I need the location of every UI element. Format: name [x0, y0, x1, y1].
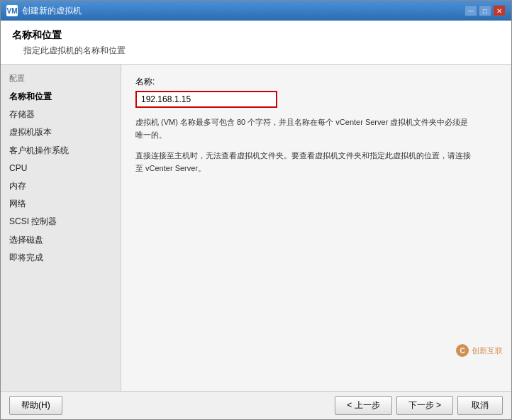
help-button[interactable]: 帮助(H)	[9, 396, 62, 415]
sidebar-item-name-location[interactable]: 名称和位置	[1, 88, 121, 106]
header-section: 名称和位置 指定此虚拟机的名称和位置	[1, 21, 511, 65]
sidebar-item-complete[interactable]: 即将完成	[1, 249, 121, 267]
title-bar-left: VM 创建新的虚拟机	[6, 5, 82, 17]
sidebar-item-network[interactable]: 网络	[1, 195, 121, 213]
sidebar-item-select-disk[interactable]: 选择磁盘	[1, 231, 121, 249]
sidebar-item-cpu[interactable]: CPU	[1, 160, 121, 177]
sidebar: 配置 名称和位置 存储器 虚拟机版本 客户机操作系统 CPU 内存 网络 SCS…	[1, 65, 121, 391]
name-field-group: 名称:	[135, 76, 497, 108]
page-title: 名称和位置	[12, 29, 500, 42]
sidebar-section-header: 配置	[1, 72, 121, 85]
main-window: VM 创建新的虚拟机 ─ □ ✕ 名称和位置 指定此虚拟机的名称和位置 配置 名…	[0, 0, 512, 420]
sidebar-item-memory[interactable]: 内存	[1, 177, 121, 195]
content-area: 名称: 虚拟机 (VM) 名称最多可包含 80 个字符，并且名称在每个 vCen…	[121, 65, 511, 391]
watermark-icon: C	[456, 344, 469, 357]
name-label: 名称:	[135, 76, 497, 88]
info-text-2: 直接连接至主机时，无法查看虚拟机文件夹。要查看虚拟机文件夹和指定此虚拟机的位置，…	[135, 150, 476, 175]
title-buttons: ─ □ ✕	[464, 5, 506, 16]
title-bar: VM 创建新的虚拟机 ─ □ ✕	[1, 1, 511, 21]
window-icon: VM	[6, 5, 18, 16]
sidebar-item-guest-os[interactable]: 客户机操作系统	[1, 142, 121, 160]
info-text-1: 虚拟机 (VM) 名称最多可包含 80 个字符，并且名称在每个 vCenter …	[135, 116, 476, 141]
next-button[interactable]: 下一步 >	[396, 396, 453, 415]
watermark-text: 创新互联	[472, 346, 503, 356]
close-button[interactable]: ✕	[493, 5, 506, 16]
sidebar-item-storage[interactable]: 存储器	[1, 106, 121, 123]
footer-right: < 上一步 下一步 > 取消	[335, 396, 503, 415]
watermark: C 创新互联	[456, 344, 503, 357]
maximize-button[interactable]: □	[479, 5, 491, 16]
footer-left: 帮助(H)	[9, 396, 335, 415]
footer: 帮助(H) < 上一步 下一步 > 取消	[1, 391, 511, 419]
main-area: 配置 名称和位置 存储器 虚拟机版本 客户机操作系统 CPU 内存 网络 SCS…	[1, 65, 511, 391]
sidebar-item-vm-version[interactable]: 虚拟机版本	[1, 123, 121, 141]
back-button[interactable]: < 上一步	[335, 396, 391, 415]
window-content: 名称和位置 指定此虚拟机的名称和位置 配置 名称和位置 存储器 虚拟机版本 客户…	[1, 21, 511, 419]
page-subtitle: 指定此虚拟机的名称和位置	[23, 45, 500, 57]
cancel-button[interactable]: 取消	[457, 396, 503, 415]
name-input[interactable]	[135, 91, 277, 108]
window-title: 创建新的虚拟机	[22, 5, 82, 17]
minimize-button[interactable]: ─	[464, 5, 477, 16]
sidebar-item-scsi[interactable]: SCSI 控制器	[1, 213, 121, 231]
